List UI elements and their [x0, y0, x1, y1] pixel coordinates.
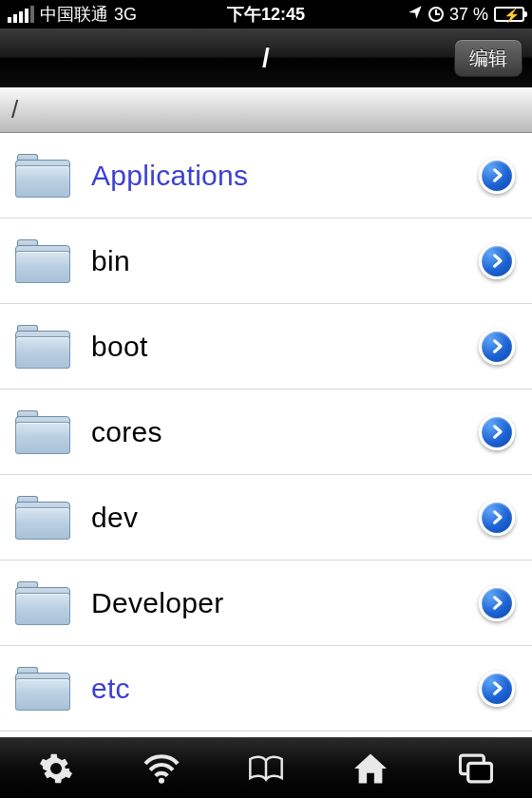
network-label: 3G	[114, 5, 137, 25]
folder-icon	[15, 325, 70, 369]
file-name: Developer	[91, 587, 458, 619]
tab-bar	[0, 737, 532, 798]
chevron-right-icon	[489, 167, 505, 183]
file-row[interactable]: cores	[0, 390, 532, 475]
carrier-label: 中国联通	[40, 3, 108, 26]
file-row[interactable]: dev	[0, 475, 532, 560]
breadcrumb: /	[0, 87, 532, 133]
tab-home[interactable]	[348, 750, 393, 788]
detail-disclosure-button[interactable]	[479, 329, 515, 365]
breadcrumb-path: /	[11, 95, 18, 124]
file-row[interactable]: Applications	[0, 133, 532, 218]
location-icon	[408, 5, 423, 25]
tab-network[interactable]	[139, 750, 184, 788]
signal-icon	[8, 6, 34, 23]
nav-title: /	[262, 43, 270, 73]
detail-disclosure-button[interactable]	[479, 500, 515, 536]
folder-icon	[15, 239, 70, 283]
detail-disclosure-button[interactable]	[479, 671, 515, 707]
nav-bar: / 编辑	[0, 28, 532, 87]
file-name: dev	[91, 502, 458, 534]
chevron-right-icon	[489, 253, 505, 269]
file-row[interactable]: bin	[0, 218, 532, 304]
file-name: boot	[91, 331, 458, 363]
folder-icon	[15, 496, 70, 540]
wifi-icon	[142, 752, 181, 785]
folder-icon	[15, 581, 70, 625]
file-name: Applications	[91, 160, 458, 192]
folder-icon	[15, 667, 70, 711]
file-name: cores	[91, 416, 458, 448]
tab-bookmarks[interactable]	[243, 750, 289, 788]
file-list: ApplicationsbinbootcoresdevDeveloperetc	[0, 133, 532, 737]
home-icon	[352, 752, 389, 785]
gear-icon	[39, 751, 73, 786]
folder-icon	[15, 154, 70, 198]
chevron-right-icon	[489, 424, 505, 440]
battery-percent: 37 %	[449, 5, 488, 25]
chevron-right-icon	[489, 680, 505, 696]
file-name: bin	[91, 245, 458, 277]
tab-settings[interactable]	[33, 750, 79, 788]
chevron-right-icon	[489, 338, 505, 354]
book-icon	[247, 753, 285, 784]
edit-button-label: 编辑	[469, 46, 507, 71]
chevron-right-icon	[489, 509, 505, 525]
detail-disclosure-button[interactable]	[479, 243, 515, 279]
svg-rect-3	[467, 763, 491, 781]
file-row[interactable]: Developer	[0, 560, 532, 646]
edit-button[interactable]: 编辑	[454, 39, 522, 77]
clock-icon	[428, 7, 444, 22]
tab-windows[interactable]	[453, 750, 499, 788]
file-row[interactable]: etc	[0, 646, 532, 732]
status-bar: 中国联通 3G 下午12:45 37 % ⚡	[0, 0, 532, 28]
file-name: etc	[91, 673, 458, 705]
svg-point-0	[159, 777, 164, 783]
detail-disclosure-button[interactable]	[479, 585, 515, 621]
detail-disclosure-button[interactable]	[479, 414, 515, 450]
chevron-right-icon	[489, 595, 505, 611]
folder-icon	[15, 410, 70, 454]
detail-disclosure-button[interactable]	[479, 158, 515, 194]
file-row[interactable]: boot	[0, 304, 532, 390]
battery-icon: ⚡	[494, 7, 524, 22]
windows-icon	[459, 753, 493, 784]
